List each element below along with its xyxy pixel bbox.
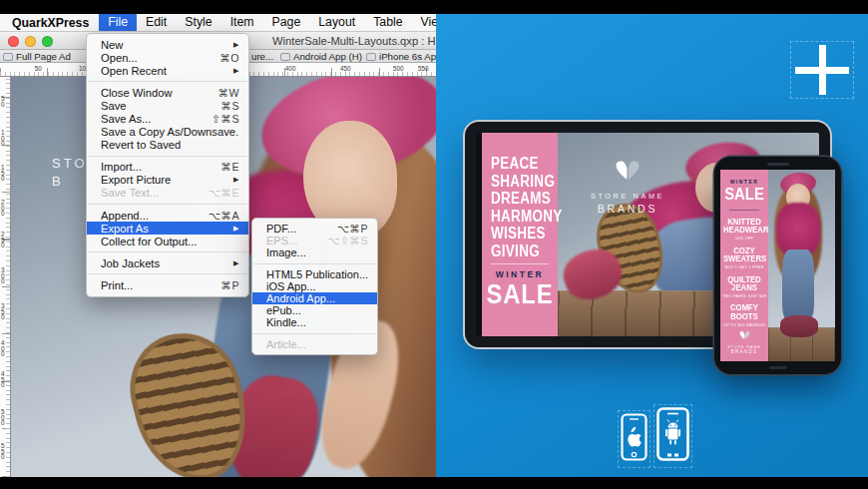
- menu-item-revert-to-saved[interactable]: Revert to Saved: [87, 139, 248, 152]
- menu-shortcut: ⌘W: [217, 87, 239, 99]
- menu-item-save[interactable]: Save⌘S: [87, 99, 248, 112]
- menu-separator: [88, 251, 247, 252]
- submenu-item-android-app[interactable]: Android App...: [252, 292, 377, 304]
- menu-item-append[interactable]: Append...⌥⌘A: [87, 209, 248, 222]
- menubar-item-file[interactable]: File: [99, 14, 137, 32]
- menubar-item-style[interactable]: Style: [176, 14, 220, 32]
- minimize-window-icon[interactable]: [25, 36, 36, 47]
- submenu-arrow-icon: ▶: [233, 259, 239, 267]
- menu-shortcut: ⌥⌘E: [209, 187, 239, 199]
- tab-iphone-6s-ap[interactable]: iPhone 6s Ap: [366, 50, 436, 63]
- layout-page-icon: [366, 53, 376, 61]
- promo-panel: STORE NAME BRANDS PEACESHARINGDREAMSHARM…: [436, 14, 868, 477]
- menu-item-save-text[interactable]: Save Text...⌥⌘E: [87, 187, 248, 200]
- tablet-headline-line: HARMONY: [491, 208, 545, 226]
- store-brand-block: STORE NAME BRANDS: [720, 326, 768, 354]
- tablet-headline-line: GIVING: [491, 243, 545, 260]
- menu-shortcut: ⌥⇧⌘S: [327, 235, 368, 246]
- ruler-number: 300: [1, 267, 7, 284]
- phone-offer-sweaters: COZYSWEATERSBUY 1 GET 1 FREE: [720, 246, 768, 269]
- submenu-item-eps[interactable]: EPS...⌥⇧⌘S: [252, 235, 377, 246]
- menu-shortcut: ⌥⌘A: [209, 210, 239, 222]
- partial-store-line2: B: [52, 173, 88, 191]
- phone-offer-boots: COMFYBOOTSUP TO $50 SAVINGS: [720, 303, 768, 326]
- tab-ure[interactable]: ure...: [251, 50, 277, 63]
- submenu-item-ios-app[interactable]: iOS App...: [252, 280, 377, 292]
- ruler-number: 400: [1, 340, 7, 357]
- menu-item-open[interactable]: Open...⌘O: [87, 51, 248, 64]
- menu-item-export-as[interactable]: Export As▶: [87, 222, 248, 235]
- app-name[interactable]: QuarkXPress: [0, 16, 99, 30]
- ruler-number: 400: [285, 65, 296, 72]
- plus-icon[interactable]: [793, 44, 851, 96]
- partial-store-text: STO B: [52, 155, 88, 191]
- menu-separator: [88, 156, 247, 157]
- menu-item-export-picture[interactable]: Export Picture▶: [87, 174, 248, 187]
- menubar-item-item[interactable]: Item: [221, 14, 263, 32]
- menu-item-close-window[interactable]: Close Window⌘W: [87, 86, 248, 99]
- tablet-headline-line: WISHES: [491, 225, 545, 243]
- store-brands-text: BRANDS: [564, 203, 691, 215]
- sale-label: SALE: [487, 279, 554, 310]
- quarkxpress-window: QuarkXPress FileEditStyleItemPageLayoutT…: [0, 14, 436, 477]
- layout-page-icon: [280, 53, 290, 61]
- phone-speaker: [767, 163, 789, 166]
- ruler-number: 50: [1, 96, 7, 107]
- menubar-item-page[interactable]: Page: [263, 14, 310, 32]
- submenu-item-article[interactable]: Article...: [252, 338, 377, 350]
- ruler-number: 150: [1, 165, 7, 182]
- girl-jeans-shape: [782, 249, 814, 323]
- tablet-headline-line: SHARING: [491, 173, 545, 191]
- menu-item-open-recent[interactable]: Open Recent▶: [87, 64, 248, 77]
- menu-item-job-jackets[interactable]: Job Jackets▶: [87, 256, 248, 269]
- ruler-number: 50: [35, 65, 42, 72]
- window-title-text: WinterSale-Multi-Layouts.qxp : HTM: [272, 35, 436, 47]
- menubar-item-view[interactable]: View: [412, 14, 436, 32]
- menu-item-new[interactable]: New▶: [87, 38, 248, 51]
- menu-shortcut: ⌘P: [220, 279, 239, 291]
- phone-offer-jeans: QUILTEDJEANSTWO PAIRS JUST $49: [720, 275, 768, 298]
- submenu-item-image[interactable]: Image...: [252, 246, 377, 258]
- submenu-item-epub[interactable]: ePub...: [252, 304, 377, 316]
- vertical-ruler: 50100150200250300350400450500550: [0, 77, 11, 477]
- menubar-item-edit[interactable]: Edit: [137, 14, 176, 32]
- menu-item-import[interactable]: Import...⌘E: [87, 161, 248, 174]
- zoom-window-icon[interactable]: [42, 36, 53, 47]
- ruler-number: 500: [393, 65, 404, 72]
- phone-home-slot: [769, 366, 787, 369]
- menubar-item-table[interactable]: Table: [364, 14, 411, 32]
- ruler-number: 200: [1, 200, 7, 217]
- menu-separator: [253, 333, 376, 334]
- tab-android-app-h[interactable]: Android App (H): [280, 50, 362, 63]
- menu-separator: [88, 204, 247, 205]
- menu-item-print[interactable]: Print...⌘P: [87, 278, 248, 291]
- menu-item-save-as[interactable]: Save As...⇧⌘S: [87, 112, 248, 125]
- submenu-item-pdf[interactable]: PDF...⌥⌘P: [252, 223, 377, 235]
- menu-shortcut: ⌘S: [220, 100, 239, 112]
- file-menu-dropdown: New▶Open...⌘OOpen Recent▶Close Window⌘WS…: [86, 33, 249, 297]
- submenu-item-html5-publication[interactable]: HTML5 Publication...: [252, 268, 377, 280]
- phone-screen: WINTER SALE KNITTEDHEADWEAR50% OFFCOZYSW…: [720, 170, 835, 361]
- store-brands-text: BRANDS: [720, 349, 768, 354]
- divider: [491, 263, 549, 264]
- tab-full-page-ad[interactable]: Full Page Ad: [3, 50, 95, 63]
- menubar-item-layout[interactable]: Layout: [309, 14, 364, 32]
- ruler-number: 550: [1, 443, 7, 460]
- android-device-icon[interactable]: [656, 407, 689, 465]
- screenshot-root: QuarkXPress FileEditStyleItemPageLayoutT…: [0, 0, 868, 489]
- partial-store-line1: STO: [52, 155, 88, 173]
- menu-separator: [253, 263, 376, 264]
- close-window-icon[interactable]: [8, 36, 19, 47]
- submenu-arrow-icon: ▶: [233, 41, 239, 49]
- submenu-item-kindle[interactable]: Kindle...: [252, 316, 377, 328]
- ruler-number: 450: [340, 65, 351, 72]
- menu-shortcut: ⇧⌘S: [212, 113, 239, 125]
- menu-item-save-a-copy-as-downsave[interactable]: Save a Copy As/Downsave...: [87, 126, 248, 139]
- menu-separator: [88, 81, 247, 82]
- window-title: WinterSale-Multi-Layouts.qxp : HTM: [267, 35, 436, 47]
- ios-device-icon[interactable]: [621, 413, 648, 465]
- phone-offers-list: KNITTEDHEADWEAR50% OFFCOZYSWEATERSBUY 1 …: [720, 218, 768, 327]
- phone-pink-column: WINTER SALE KNITTEDHEADWEAR50% OFFCOZYSW…: [720, 170, 768, 361]
- menu-item-collect-for-output[interactable]: Collect for Output...: [87, 235, 248, 247]
- phone-offer-headwear: KNITTEDHEADWEAR50% OFF: [720, 218, 768, 241]
